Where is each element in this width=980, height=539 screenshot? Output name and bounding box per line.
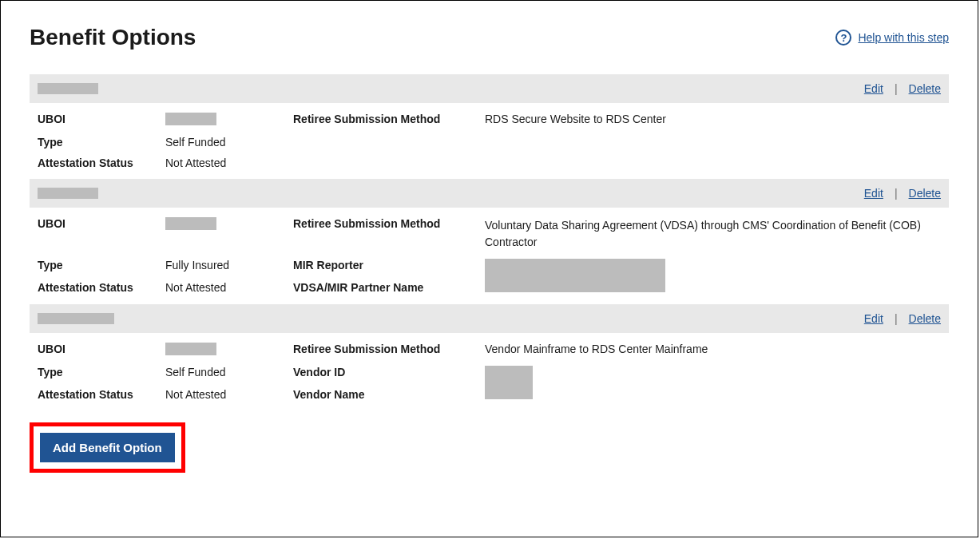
option-header: Edit | Delete <box>30 304 949 333</box>
redacted-value <box>165 217 216 230</box>
attest-label: Attestation Status <box>38 157 165 169</box>
page-title: Benefit Options <box>30 25 196 50</box>
vendor-id-value <box>485 366 949 402</box>
benefit-option-block: Edit | Delete UBOI Retiree Submission Me… <box>30 74 949 179</box>
option-name-redacted <box>38 313 114 324</box>
mir-reporter-label: MIR Reporter <box>293 259 485 271</box>
retiree-method-label: Retiree Submission Method <box>293 113 485 125</box>
type-label: Type <box>38 136 165 149</box>
vdsa-partner-label: VDSA/MIR Partner Name <box>293 281 485 294</box>
help-with-step[interactable]: ? Help with this step <box>835 30 949 46</box>
help-link[interactable]: Help with this step <box>858 31 949 44</box>
attest-label: Attestation Status <box>38 388 165 401</box>
attest-value: Not Attested <box>165 388 293 401</box>
retiree-method-value: RDS Secure Website to RDS Center <box>485 113 949 125</box>
uboi-label: UBOI <box>38 113 165 125</box>
separator: | <box>895 312 898 325</box>
delete-link[interactable]: Delete <box>909 187 941 200</box>
retiree-method-label: Retiree Submission Method <box>293 343 485 355</box>
edit-link[interactable]: Edit <box>864 312 883 325</box>
retiree-method-value: Voluntary Data Sharing Agreement (VDSA) … <box>485 217 949 251</box>
vendor-id-label: Vendor ID <box>293 366 485 378</box>
attest-label: Attestation Status <box>38 281 165 294</box>
delete-link[interactable]: Delete <box>909 82 941 95</box>
type-label: Type <box>38 366 165 378</box>
mir-reporter-value <box>485 259 949 295</box>
option-header: Edit | Delete <box>30 179 949 208</box>
edit-link[interactable]: Edit <box>864 82 883 95</box>
uboi-value <box>165 343 293 358</box>
type-value: Fully Insured <box>165 259 293 271</box>
attest-value: Not Attested <box>165 281 293 294</box>
uboi-label: UBOI <box>38 343 165 355</box>
uboi-value <box>165 217 293 232</box>
retiree-method-label: Retiree Submission Method <box>293 217 485 230</box>
option-name-redacted <box>38 83 98 94</box>
delete-link[interactable]: Delete <box>909 312 941 325</box>
vendor-name-label: Vendor Name <box>293 388 485 401</box>
help-icon: ? <box>835 30 851 46</box>
benefit-option-block: Edit | Delete UBOI Retiree Submission Me… <box>30 304 949 411</box>
uboi-value <box>165 113 293 128</box>
retiree-method-value: Vendor Mainframe to RDS Center Mainframe <box>485 343 949 355</box>
separator: | <box>895 187 898 200</box>
option-name-redacted <box>38 188 98 199</box>
type-value: Self Funded <box>165 136 293 149</box>
redacted-value <box>485 366 533 399</box>
redacted-value <box>165 343 216 355</box>
attest-value: Not Attested <box>165 157 293 169</box>
redacted-value <box>165 113 216 125</box>
edit-link[interactable]: Edit <box>864 187 883 200</box>
benefit-option-block: Edit | Delete UBOI Retiree Submission Me… <box>30 179 949 304</box>
option-header: Edit | Delete <box>30 74 949 103</box>
redacted-value <box>485 259 665 292</box>
uboi-label: UBOI <box>38 217 165 230</box>
separator: | <box>895 82 898 95</box>
add-benefit-option-button[interactable]: Add Benefit Option <box>40 433 175 462</box>
type-label: Type <box>38 259 165 271</box>
highlight-box: Add Benefit Option <box>30 422 185 473</box>
type-value: Self Funded <box>165 366 293 378</box>
